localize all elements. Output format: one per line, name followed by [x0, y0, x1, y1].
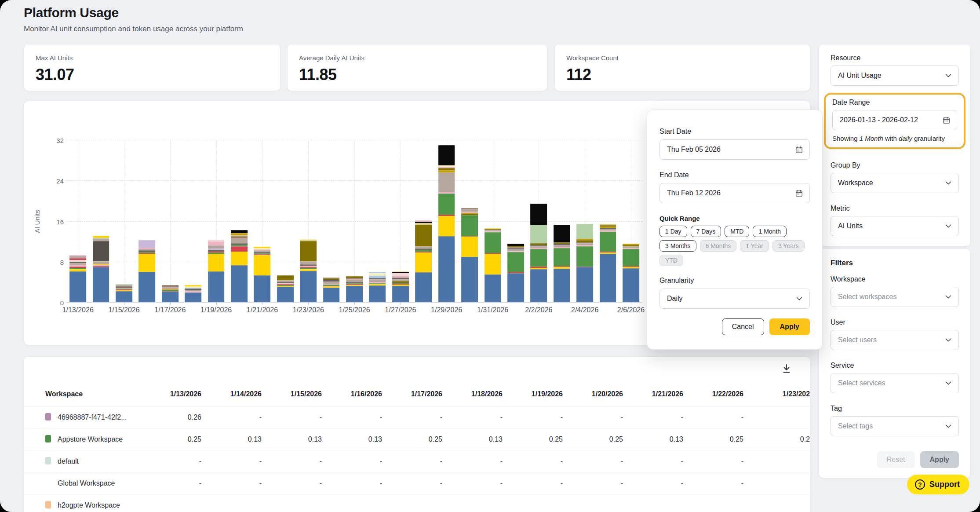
usage-value-cell: -: [393, 450, 453, 472]
chart-bar-slot: 1/15/2026: [113, 140, 135, 302]
usage-value-cell: 0.25: [152, 428, 212, 450]
end-date-input[interactable]: Thu Feb 12 2026: [659, 183, 810, 203]
bar-segment: [600, 254, 616, 302]
usage-value-cell: -: [393, 406, 453, 428]
service-filter-placeholder: Select services: [838, 379, 885, 387]
chevron-down-icon: [944, 379, 952, 387]
workspace-usage-table: Workspace1/13/20261/14/20261/15/20261/16…: [24, 382, 810, 512]
table-row: Appstore Workspace0.250.130.130.130.250.…: [24, 428, 810, 450]
stat-label: Average Daily AI Units: [299, 54, 536, 62]
workspace-color-swatch: [45, 457, 51, 464]
workspace-name: h2ogpte Workspace: [58, 501, 120, 509]
bar-segment: [554, 225, 570, 242]
bar-segment: [369, 285, 386, 302]
stacked-bar: [162, 285, 179, 302]
y-axis-tick-label: 0: [60, 299, 64, 307]
quick-range-mtd[interactable]: MTD: [725, 226, 749, 237]
workspace-filter-select[interactable]: Select workspaces: [831, 287, 959, 307]
stacked-bar: [438, 145, 455, 302]
quick-range-6-months: 6 Months: [700, 240, 737, 252]
usage-value-cell: 0.13: [272, 428, 332, 450]
table-column-header-date: 1/18/2026: [453, 382, 513, 406]
bar-segment: [438, 216, 455, 236]
support-button[interactable]: ? Support: [907, 475, 969, 494]
bar-segment: [69, 271, 86, 302]
end-date-label: End Date: [659, 171, 810, 179]
workspace-name: 46968887-f471-42f2...: [58, 413, 127, 421]
x-axis-tick-label: 1/15/2026: [108, 306, 139, 314]
gridline: [170, 140, 171, 302]
bar-segment: [277, 287, 294, 302]
filters-title: Filters: [831, 259, 959, 267]
stacked-bar: [208, 240, 225, 302]
metric-label: Metric: [831, 205, 959, 212]
table-column-header-workspace: Workspace: [24, 382, 152, 406]
stacked-bar: [392, 271, 409, 302]
bar-segment: [254, 255, 271, 275]
quick-range-1-month[interactable]: 1 Month: [753, 226, 787, 237]
usage-value-cell: 0.13: [634, 428, 694, 450]
bar-segment: [554, 248, 570, 267]
table-column-header-date: 1/14/2026: [212, 382, 272, 406]
stacked-bar: [185, 285, 201, 302]
stacked-bar: [346, 276, 363, 302]
chevron-down-icon: [944, 293, 952, 301]
table-row: default-----------: [24, 450, 810, 472]
bar-segment: [530, 249, 547, 267]
stacked-bar: [231, 230, 248, 302]
bar-segment: [530, 269, 547, 302]
stat-label: Max AI Units: [36, 54, 269, 62]
granularity-select[interactable]: Daily: [659, 289, 810, 309]
date-range-popover: Start Date Thu Feb 05 2026 End Date Thu …: [647, 110, 823, 350]
usage-value-cell: [634, 494, 694, 512]
filters-apply-button[interactable]: Apply: [920, 451, 959, 468]
download-csv-button[interactable]: [781, 363, 792, 376]
metric-select[interactable]: AI Units: [831, 216, 959, 236]
filters-reset-button[interactable]: Reset: [877, 451, 915, 468]
usage-value-cell: -: [332, 472, 393, 494]
x-axis-tick-label: 1/25/2026: [339, 306, 370, 314]
quick-range-1-day[interactable]: 1 Day: [659, 226, 687, 237]
stat-label: Workspace Count: [566, 54, 798, 62]
cancel-button[interactable]: Cancel: [722, 318, 764, 335]
service-filter-select[interactable]: Select services: [831, 373, 959, 393]
y-axis-tick-label: 16: [56, 218, 64, 226]
question-circle-icon: ?: [915, 479, 925, 490]
chart-bar-slot: [596, 140, 619, 302]
bar-segment: [231, 230, 248, 233]
apply-button[interactable]: Apply: [769, 318, 810, 335]
bar-segment: [415, 272, 432, 302]
resource-select[interactable]: AI Unit Usage: [831, 66, 959, 86]
workspace-filter-placeholder: Select workspaces: [838, 293, 896, 301]
usage-value-cell: -: [152, 450, 212, 472]
x-axis-tick: [585, 302, 585, 305]
stacked-bar: [600, 224, 616, 302]
quick-range-7-days[interactable]: 7 Days: [691, 226, 721, 237]
bar-segment: [93, 241, 109, 261]
stacked-bar: [554, 225, 570, 302]
group-by-select[interactable]: Workspace: [831, 173, 959, 193]
chart-bar-slot: [458, 140, 481, 302]
x-axis-tick: [493, 302, 493, 305]
chart-bar-slot: 2/2/2026: [527, 140, 550, 302]
bar-segment: [623, 268, 639, 302]
usage-value-cell: -: [332, 406, 393, 428]
usage-value-cell: -: [573, 406, 634, 428]
user-filter-select[interactable]: Select users: [831, 330, 959, 350]
y-axis-tick-label: 8: [60, 259, 64, 266]
table-column-header-date: 1/19/2026: [513, 382, 573, 406]
quick-range-3-months[interactable]: 3 Months: [659, 240, 696, 252]
stacked-bar: [485, 228, 501, 302]
bar-segment: [415, 252, 432, 272]
usage-value-cell: -: [513, 450, 573, 472]
tag-filter-select[interactable]: Select tags: [831, 416, 959, 436]
usage-value-cell: -: [754, 472, 810, 494]
usage-value-cell: -: [453, 406, 513, 428]
x-axis-tick-label: 2/6/2026: [617, 306, 645, 314]
start-date-input[interactable]: Thu Feb 05 2026: [659, 139, 810, 160]
chevron-down-icon: [944, 179, 952, 187]
page-title: Platform Usage: [24, 5, 119, 20]
date-range-input[interactable]: 2026-01-13 - 2026-02-12: [832, 110, 957, 130]
stacked-bar: [93, 236, 109, 302]
x-axis-tick: [262, 302, 262, 305]
